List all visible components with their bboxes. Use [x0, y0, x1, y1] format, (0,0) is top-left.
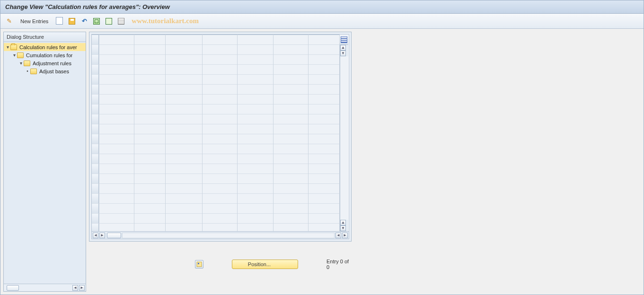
grid-cell[interactable] — [309, 144, 339, 154]
grid-cell[interactable] — [166, 65, 202, 75]
tree-node-adjust-bases[interactable]: • Adjust bases — [4, 67, 86, 75]
grid-cell[interactable] — [134, 124, 165, 134]
grid-cell[interactable] — [238, 45, 273, 55]
grid-cell[interactable] — [238, 114, 273, 124]
grid-cell[interactable] — [99, 95, 134, 104]
grid-cell[interactable] — [166, 75, 202, 85]
grid-cell[interactable] — [238, 75, 273, 85]
grid-cell[interactable] — [134, 204, 165, 214]
row-selector-cell[interactable] — [92, 194, 99, 204]
grid-cell[interactable] — [309, 55, 339, 65]
row-selector-cell[interactable] — [92, 154, 99, 164]
new-entries-button[interactable]: New Entries — [17, 17, 52, 25]
grid-cell[interactable] — [166, 214, 202, 224]
grid-cell[interactable] — [99, 154, 134, 164]
grid-cell[interactable] — [309, 35, 339, 45]
grid-cell[interactable] — [134, 104, 165, 114]
grid-cell[interactable] — [238, 85, 273, 95]
grid-cell[interactable] — [99, 214, 134, 224]
grid-cell[interactable] — [309, 194, 339, 204]
grid-cell[interactable] — [309, 75, 339, 85]
copy-as-button[interactable] — [55, 17, 64, 26]
grid-cell[interactable] — [309, 184, 339, 194]
grid-cell[interactable] — [166, 95, 202, 104]
grid-cell[interactable] — [166, 164, 202, 174]
grid-cell[interactable] — [134, 164, 165, 174]
scroll-left-icon[interactable]: ◄ — [335, 233, 341, 238]
grid-cell[interactable] — [238, 65, 273, 75]
row-selector-cell[interactable] — [92, 45, 99, 55]
grid-cell[interactable] — [309, 114, 339, 124]
grid-cell[interactable] — [203, 204, 237, 214]
scroll-right-icon[interactable]: ► — [99, 233, 105, 238]
grid-cell[interactable] — [134, 85, 165, 95]
grid-cell[interactable] — [203, 124, 237, 134]
grid-cell[interactable] — [273, 55, 308, 65]
row-selector-cell[interactable] — [92, 65, 99, 75]
grid-cell[interactable] — [203, 164, 237, 174]
grid-cell[interactable] — [273, 104, 308, 114]
undo-button[interactable] — [79, 17, 89, 26]
grid-cell[interactable] — [166, 184, 202, 194]
grid-cell[interactable] — [309, 154, 339, 164]
row-selector-cell[interactable] — [92, 124, 99, 134]
grid-cell[interactable] — [309, 85, 339, 95]
position-button[interactable]: Position... — [232, 260, 298, 269]
scroll-right-icon[interactable]: ► — [79, 285, 85, 291]
expand-icon[interactable]: ▾ — [6, 44, 9, 50]
grid-cell[interactable] — [238, 55, 273, 65]
grid-cell[interactable] — [203, 35, 237, 45]
grid-cell[interactable] — [99, 204, 134, 214]
grid-cell[interactable] — [134, 184, 165, 194]
grid-cell[interactable] — [273, 65, 308, 75]
grid-cell[interactable] — [166, 104, 202, 114]
grid-cell[interactable] — [309, 164, 339, 174]
grid-cell[interactable] — [273, 194, 308, 204]
scroll-right-icon[interactable]: ► — [342, 233, 348, 238]
grid-cell[interactable] — [166, 85, 202, 95]
row-selector-cell[interactable] — [92, 104, 99, 114]
grid-cell[interactable] — [99, 144, 134, 154]
grid-cell[interactable] — [203, 114, 237, 124]
row-selector-cell[interactable] — [92, 204, 99, 214]
expand-icon[interactable]: ▾ — [12, 52, 16, 58]
grid-cell[interactable] — [134, 55, 165, 65]
grid-cell[interactable] — [99, 134, 134, 144]
grid-cell[interactable] — [238, 134, 273, 144]
position-icon[interactable] — [195, 260, 203, 269]
grid-cell[interactable] — [273, 114, 308, 124]
row-selector-cell[interactable] — [92, 35, 99, 45]
grid-cell[interactable] — [166, 144, 202, 154]
row-selector-cell[interactable] — [92, 114, 99, 124]
scroll-down-icon[interactable]: ▼ — [340, 226, 346, 231]
deselect-all-button[interactable] — [104, 17, 114, 26]
grid-cell[interactable] — [273, 204, 308, 214]
scroll-left-icon[interactable]: ◄ — [93, 233, 98, 238]
grid-cell[interactable] — [99, 194, 134, 204]
grid-cell[interactable] — [99, 124, 134, 134]
expand-icon[interactable]: ▾ — [19, 61, 23, 66]
grid-cell[interactable] — [203, 144, 237, 154]
grid-cell[interactable] — [203, 85, 237, 95]
grid-cell[interactable] — [273, 164, 308, 174]
grid-cell[interactable] — [203, 194, 237, 204]
grid-cell[interactable] — [203, 154, 237, 164]
grid-horizontal-scrollbar[interactable]: ◄ ► ◄ ► — [92, 231, 349, 239]
tree-node-cumulation-rules[interactable]: ▾ Cumulation rules for — [4, 51, 86, 59]
grid-cell[interactable] — [238, 184, 273, 194]
grid-cell[interactable] — [166, 204, 202, 214]
grid-cell[interactable] — [273, 45, 308, 55]
grid-cell[interactable] — [203, 104, 237, 114]
grid-cell[interactable] — [166, 114, 202, 124]
grid-cell[interactable] — [238, 204, 273, 214]
grid-cell[interactable] — [166, 174, 202, 184]
grid-cell[interactable] — [134, 65, 165, 75]
grid-cell[interactable] — [166, 194, 202, 204]
scroll-up-icon[interactable]: ▲ — [340, 220, 346, 226]
grid-cell[interactable] — [99, 114, 134, 124]
row-selector-cell[interactable] — [92, 144, 99, 154]
grid-cell[interactable] — [309, 134, 339, 144]
scroll-up-icon[interactable]: ▲ — [340, 45, 346, 51]
grid-cell[interactable] — [273, 174, 308, 184]
grid-cell[interactable] — [238, 144, 273, 154]
